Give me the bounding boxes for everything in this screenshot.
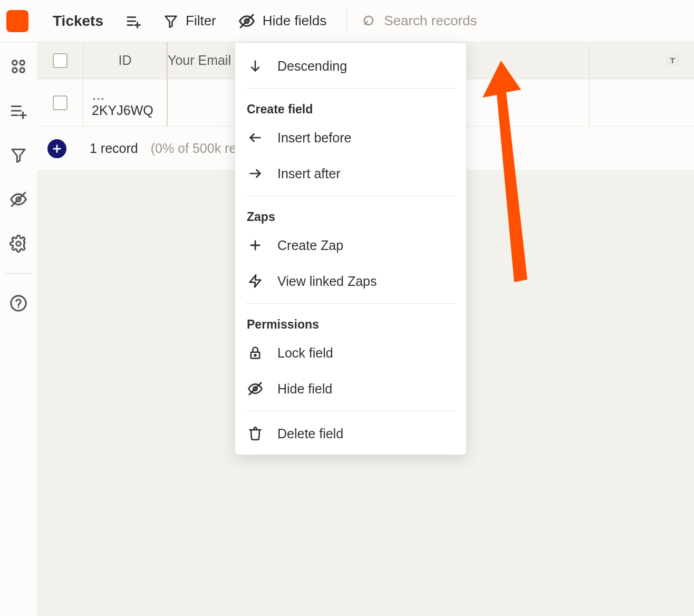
svg-point-12	[13, 68, 17, 73]
menu-item-label: Hide field	[277, 381, 332, 397]
text-type-icon: T	[666, 55, 679, 66]
record-count: 1 record	[90, 141, 138, 156]
svg-marker-32	[250, 275, 261, 287]
svg-marker-19	[12, 149, 25, 162]
sidebar-item-filter[interactable]	[9, 146, 28, 165]
svg-point-22	[16, 242, 21, 246]
add-record-button[interactable]	[47, 139, 66, 158]
column-header-id-label: ID	[119, 53, 132, 68]
arrow-right-icon	[247, 165, 264, 182]
menu-item-label: Lock field	[277, 345, 333, 361]
cell-extra[interactable]	[590, 79, 694, 126]
menu-item-label: Create Zap	[277, 238, 343, 253]
eye-off-icon	[238, 13, 255, 30]
cell-id-value: …2KYJ6WQ	[92, 88, 158, 118]
menu-item-label: Insert after	[277, 166, 341, 181]
menu-item-view-zaps[interactable]: View linked Zaps	[235, 263, 466, 299]
eye-off-icon	[247, 380, 264, 397]
column-context-menu: Descending Create field Insert before In…	[235, 42, 467, 455]
menu-item-descending[interactable]: Descending	[235, 48, 466, 84]
checkbox-icon[interactable]	[53, 95, 68, 110]
menu-item-label: Insert before	[277, 130, 351, 146]
cell-id[interactable]: …2KYJ6WQ	[83, 79, 168, 126]
menu-item-create-zap[interactable]: Create Zap	[235, 227, 466, 263]
menu-divider	[246, 303, 456, 304]
menu-section-zaps: Zaps	[235, 200, 466, 227]
lock-icon	[247, 344, 264, 361]
column-header-id[interactable]: ID	[83, 42, 168, 79]
topbar: Tickets Filter Hide fields	[0, 0, 694, 42]
search-icon	[362, 14, 377, 28]
svg-marker-5	[166, 16, 177, 27]
arrow-left-icon	[247, 129, 264, 146]
trash-icon	[247, 425, 264, 442]
menu-item-insert-before[interactable]: Insert before	[235, 120, 466, 156]
column-header-extra[interactable]: T	[590, 42, 694, 79]
bolt-icon	[247, 273, 264, 290]
sidebar-item-relations[interactable]	[9, 57, 28, 76]
plus-icon	[247, 237, 264, 254]
sidebar-item-help[interactable]	[9, 294, 28, 313]
page-title: Tickets	[53, 13, 103, 30]
menu-divider	[246, 411, 456, 411]
menu-item-insert-after[interactable]: Insert after	[235, 156, 466, 191]
menu-item-label: Delete field	[277, 426, 343, 441]
menu-item-label: View linked Zaps	[277, 274, 377, 289]
sidebar-item-settings[interactable]	[9, 234, 28, 253]
checkbox-icon[interactable]	[53, 53, 68, 68]
svg-point-11	[20, 61, 25, 65]
menu-divider	[246, 196, 456, 196]
sidebar-item-add-list[interactable]	[9, 101, 28, 120]
header-checkbox-cell[interactable]	[37, 42, 83, 79]
menu-item-label: Descending	[277, 59, 347, 74]
column-header-email-label: Your Email	[168, 53, 231, 68]
sidebar-divider	[5, 273, 32, 274]
svg-point-13	[20, 68, 25, 73]
brand-icon	[6, 10, 28, 32]
filter-button[interactable]: Filter	[158, 9, 221, 32]
hide-fields-label: Hide fields	[263, 13, 326, 29]
svg-point-34	[255, 354, 256, 356]
menu-section-permissions: Permissions	[235, 308, 466, 335]
menu-divider	[246, 88, 456, 89]
sidebar	[0, 42, 37, 616]
list-plus-icon	[126, 13, 141, 29]
arrow-down-icon	[247, 57, 264, 74]
funnel-icon	[163, 14, 178, 28]
menu-section-create-field: Create field	[235, 93, 466, 120]
row-checkbox-cell[interactable]	[37, 79, 83, 126]
hide-fields-button[interactable]: Hide fields	[233, 9, 332, 33]
filter-label: Filter	[186, 13, 216, 29]
record-limit: (0% of 500k re	[151, 141, 237, 156]
svg-point-23	[11, 296, 26, 311]
search-input[interactable]	[384, 13, 688, 29]
add-view-button[interactable]	[120, 10, 147, 32]
search-wrap[interactable]	[362, 13, 688, 29]
toolbar-divider	[346, 9, 347, 33]
menu-item-hide-field[interactable]: Hide field	[235, 371, 466, 407]
menu-item-lock-field[interactable]: Lock field	[235, 335, 466, 371]
svg-point-10	[13, 61, 17, 65]
menu-item-delete-field[interactable]: Delete field	[235, 416, 466, 451]
sidebar-item-hidden[interactable]	[9, 190, 28, 209]
